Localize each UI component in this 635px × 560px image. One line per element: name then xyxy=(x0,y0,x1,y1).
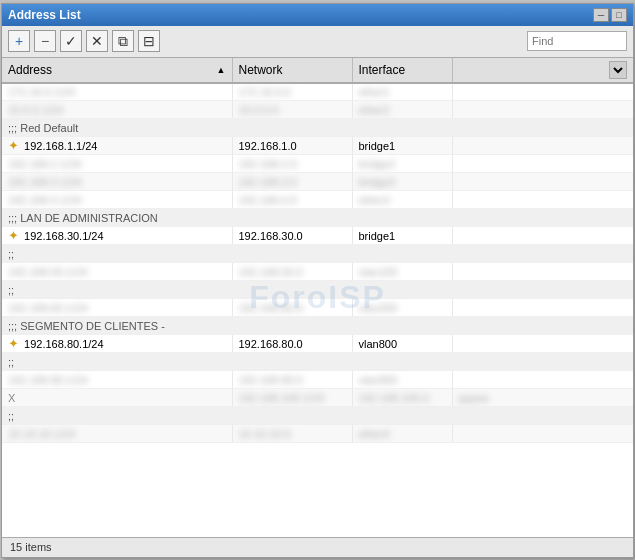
status-bar: 15 items xyxy=(2,537,633,557)
filter-button[interactable]: ⊟ xyxy=(138,30,160,52)
cell-interface: bridge3 xyxy=(352,173,452,191)
cell-interface: vlan900 xyxy=(352,371,452,389)
find-input[interactable] xyxy=(527,31,627,51)
section-header-3: ;; xyxy=(2,281,633,299)
cell-extra xyxy=(452,155,633,173)
cell-address: 172.16.0.1/24 xyxy=(2,83,232,101)
section-label: ;; xyxy=(2,353,633,371)
cell-extra xyxy=(452,425,633,443)
cell-interface: pppoe xyxy=(452,389,633,407)
cell-network: 192.168.50.0 xyxy=(232,263,352,281)
sort-icon: ▲ xyxy=(217,65,226,75)
cell-address: 192.168.100.1/24 xyxy=(232,389,352,407)
address-list-window: Address List ─ □ + − ✓ ✕ ⧉ ⊟ ForoISP xyxy=(1,3,634,558)
table-row-192-168-30[interactable]: ✦ 192.168.30.1/24 192.168.30.0 bridge1 xyxy=(2,227,633,245)
table-container[interactable]: Address ▲ Network Interface xyxy=(2,58,633,537)
cell-interface: bridge1 xyxy=(352,137,452,155)
section-label: ;; xyxy=(2,245,633,263)
cell-extra xyxy=(452,263,633,281)
minimize-button[interactable]: ─ xyxy=(593,8,609,22)
cell-address: 192.168.2.1/24 xyxy=(2,155,232,173)
col-header-network: Network xyxy=(232,58,352,83)
table-row[interactable]: 10.0.0.1/24 10.0.0.0 ether2 xyxy=(2,101,633,119)
table-row[interactable]: 192.168.2.1/24 192.168.2.0 bridge2 xyxy=(2,155,633,173)
section-header-lan-admin: ;;; LAN DE ADMINISTRACION xyxy=(2,209,633,227)
section-label: ;;; LAN DE ADMINISTRACION xyxy=(2,209,633,227)
table-row[interactable]: 192.168.50.1/24 192.168.50.0 vlan100 xyxy=(2,263,633,281)
cell-address: 192.168.4.1/24 xyxy=(2,191,232,209)
cell-network: 192.168.60.0 xyxy=(232,299,352,317)
cell-address: 10.0.0.1/24 xyxy=(2,101,232,119)
cell-address: 192.168.60.1/24 xyxy=(2,299,232,317)
table-row[interactable]: 172.16.0.1/24 172.16.0.0 ether1 xyxy=(2,83,633,101)
cell-extra xyxy=(452,101,633,119)
cell-interface: vlan200 xyxy=(352,299,452,317)
cell-address: 192.168.90.1/24 xyxy=(2,371,232,389)
col-header-address: Address ▲ xyxy=(2,58,232,83)
section-label: ;; xyxy=(2,281,633,299)
section-header-2: ;; xyxy=(2,245,633,263)
find-box xyxy=(527,31,627,51)
add-button[interactable]: + xyxy=(8,30,30,52)
remove-button[interactable]: − xyxy=(34,30,56,52)
cell-address: 192.168.3.1/24 xyxy=(2,173,232,191)
x-button[interactable]: ✕ xyxy=(86,30,108,52)
cell-address: 10.10.10.1/24 xyxy=(2,425,232,443)
copy-button[interactable]: ⧉ xyxy=(112,30,134,52)
cell-network: 192.168.30.0 xyxy=(232,227,352,245)
cell-extra xyxy=(452,299,633,317)
section-header-clientes: ;;; SEGMENTO DE CLIENTES - xyxy=(2,317,633,335)
cell-extra xyxy=(452,83,633,101)
cell-interface: bridge2 xyxy=(352,155,452,173)
items-count: 15 items xyxy=(10,541,52,553)
cell-network: 192.168.3.0 xyxy=(232,173,352,191)
title-bar: Address List ─ □ xyxy=(2,4,633,26)
cell-extra xyxy=(452,191,633,209)
plus-icon: ✦ xyxy=(8,336,19,351)
plus-icon: ✦ xyxy=(8,138,19,153)
cell-extra xyxy=(452,227,633,245)
cell-network: 192.168.80.0 xyxy=(232,335,352,353)
maximize-button[interactable]: □ xyxy=(611,8,627,22)
table-row[interactable]: 192.168.90.1/24 192.168.90.0 vlan900 xyxy=(2,371,633,389)
cell-network: 10.10.10.0 xyxy=(232,425,352,443)
cell-address: ✦ 192.168.30.1/24 xyxy=(2,227,232,245)
col-header-interface: Interface xyxy=(352,58,452,83)
col-header-extra xyxy=(452,58,633,83)
cell-address: 192.168.50.1/24 xyxy=(2,263,232,281)
section-label: ;;; Red Default xyxy=(2,119,633,137)
cell-interface: ether4 xyxy=(352,425,452,443)
table-row[interactable]: 10.10.10.1/24 10.10.10.0 ether4 xyxy=(2,425,633,443)
table-row[interactable]: 192.168.60.1/24 192.168.60.0 vlan200 xyxy=(2,299,633,317)
cell-interface: bridge1 xyxy=(352,227,452,245)
check-button[interactable]: ✓ xyxy=(60,30,82,52)
cell-address: ✦ 192.168.1.1/24 xyxy=(2,137,232,155)
table-row-192-168-1[interactable]: ✦ 192.168.1.1/24 192.168.1.0 bridge1 xyxy=(2,137,633,155)
section-label: ;; xyxy=(2,407,633,425)
cell-network: 192.168.90.0 xyxy=(232,371,352,389)
window-title: Address List xyxy=(8,8,81,22)
table-row[interactable]: 192.168.4.1/24 192.168.4.0 ether3 xyxy=(2,191,633,209)
toolbar: + − ✓ ✕ ⧉ ⊟ xyxy=(2,26,633,58)
table-row-192-168-80[interactable]: ✦ 192.168.80.1/24 192.168.80.0 vlan800 xyxy=(2,335,633,353)
cell-interface: vlan100 xyxy=(352,263,452,281)
cell-interface: ether2 xyxy=(352,101,452,119)
section-header-5: ;; xyxy=(2,407,633,425)
cell-interface: ether1 xyxy=(352,83,452,101)
table-header: Address ▲ Network Interface xyxy=(2,58,633,83)
cell-address: ✦ 192.168.80.1/24 xyxy=(2,335,232,353)
cell-extra xyxy=(452,335,633,353)
cell-network: 192.168.4.0 xyxy=(232,191,352,209)
cell-interface: ether3 xyxy=(352,191,452,209)
cell-extra xyxy=(452,173,633,191)
window-controls: ─ □ xyxy=(593,8,627,22)
table-body: 172.16.0.1/24 172.16.0.0 ether1 10.0.0.1… xyxy=(2,83,633,443)
section-label: ;;; SEGMENTO DE CLIENTES - xyxy=(2,317,633,335)
column-dropdown[interactable] xyxy=(609,61,627,79)
cell-network: 192.168.2.0 xyxy=(232,155,352,173)
cell-interface: vlan800 xyxy=(352,335,452,353)
table-row[interactable]: 192.168.3.1/24 192.168.3.0 bridge3 xyxy=(2,173,633,191)
table-row-x[interactable]: X 192.168.100.1/24 192.168.100.0 pppoe xyxy=(2,389,633,407)
section-header-4: ;; xyxy=(2,353,633,371)
cell-network: 10.0.0.0 xyxy=(232,101,352,119)
